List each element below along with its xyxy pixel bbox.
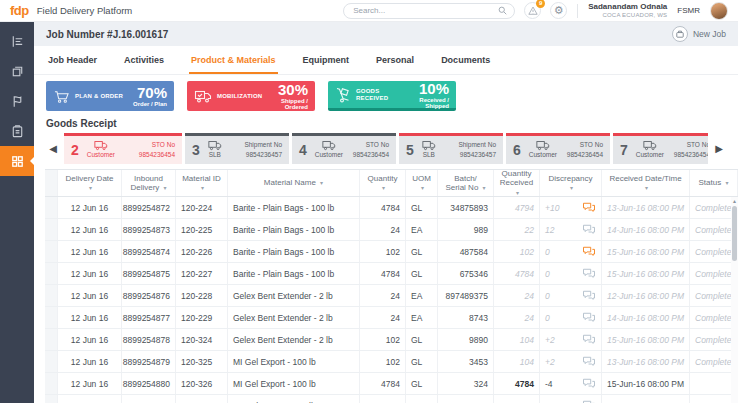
received-time: 08:00 PM: [648, 357, 684, 367]
sort-caret-icon: ▾: [570, 185, 573, 191]
tab-equipment[interactable]: Equipment: [303, 46, 350, 74]
card-doc-value: 9854236454: [353, 150, 389, 160]
discrepancy-value: +2: [545, 335, 555, 345]
comments-icon[interactable]: [582, 356, 596, 367]
cell-inbound-delivery: 8899254878: [122, 329, 176, 350]
sort-caret-icon: ▾: [89, 185, 92, 191]
kpi-sublabel: Order / Plan: [133, 101, 167, 107]
comments-icon[interactable]: [582, 312, 596, 323]
report-icon: [10, 34, 25, 49]
cell-discrepancy: +2: [540, 351, 602, 372]
new-job-button[interactable]: New Job: [672, 26, 726, 42]
column-header-delivery-date[interactable]: Delivery Date ▾: [58, 170, 122, 196]
settings-button[interactable]: ⚙: [550, 2, 567, 19]
cell-batch-serial: 3453: [438, 351, 494, 372]
cell-received-datetime: 15-Jun-1608:00 PM: [602, 395, 690, 403]
goods-receipt-table: Delivery Date ▾Inbound Delivery ▾Materia…: [45, 169, 738, 403]
table-row: 12 Jun 168899254877120-229Gelex Bent Ext…: [45, 307, 738, 329]
comments-icon[interactable]: [582, 290, 596, 301]
kpi-mobilization: MOBILIZATION30%Shipped / Ordered: [187, 81, 315, 111]
column-header-material-name[interactable]: Material Name ▾: [228, 170, 360, 196]
cell-quantity: 24: [360, 307, 406, 328]
comments-icon[interactable]: [582, 202, 596, 213]
cell-material-id: 120-229: [176, 307, 228, 328]
cell-discrepancy: +10: [540, 197, 602, 218]
cell-quantity: 24: [360, 219, 406, 240]
cell-received-datetime: 12-Jun-1608:00 PM: [602, 285, 690, 306]
shipment-card-3[interactable]: 3SLBShipment No9854236457: [185, 133, 289, 164]
cell-delivery-date: 12 Jun 16: [58, 219, 122, 240]
column-label: Batch/ Serial No ▾: [443, 174, 488, 192]
comments-icon[interactable]: [582, 246, 596, 257]
discrepancy-value: 0: [545, 247, 550, 257]
received-date: 14-Jun-16: [607, 313, 645, 323]
scrollbar-up-arrow[interactable]: ▲: [731, 199, 738, 204]
cell-batch-serial: 2: [438, 395, 494, 403]
column-header-quantity[interactable]: Quantity ▾: [360, 170, 406, 196]
search-input[interactable]: [351, 5, 498, 16]
cell-quantity-received: 102: [494, 241, 540, 262]
shipment-card-2[interactable]: 2CustomerSTO No9854236454: [64, 133, 182, 164]
tab-documents[interactable]: Documents: [441, 46, 490, 74]
discrepancy-value: +10: [545, 203, 559, 213]
cell-delivery-date: 12 Jun 16: [58, 351, 122, 372]
sidebar-item-report[interactable]: [0, 26, 34, 56]
received-date: 15-Jun-16: [607, 269, 645, 279]
tab-job-header[interactable]: Job Header: [48, 46, 97, 74]
user-info[interactable]: Sadanandam Odnala COCA ECUADOR, WS: [588, 2, 667, 18]
column-header-status[interactable]: Status ▾: [690, 170, 738, 196]
sidebar-item-layers[interactable]: [0, 56, 34, 86]
avatar[interactable]: [710, 2, 728, 20]
table-row: 12 Jun 168899254876120-228Gelex Bent Ext…: [45, 285, 738, 307]
sidebar-item-route[interactable]: [0, 86, 34, 116]
alerts-button[interactable]: 9: [524, 2, 541, 19]
cell-quantity-received: 4784: [494, 373, 540, 394]
cell-material-id: 120-324: [176, 329, 228, 350]
scrollbar-thumb[interactable]: [732, 206, 737, 261]
column-header-discrepancy[interactable]: Discrepancy ▾: [540, 170, 602, 196]
column-header-quantity-received[interactable]: Quantity Received ▾: [494, 170, 540, 196]
column-header-uom[interactable]: UOM ▾: [406, 170, 438, 196]
tab-label: Activities: [124, 55, 164, 65]
cell-delivery-date: 12 Jun 16: [58, 329, 122, 350]
tab-personal[interactable]: Personal: [376, 46, 414, 74]
tab-product-materials[interactable]: Product & Materials: [191, 46, 276, 74]
card-carrier: Customer: [529, 151, 557, 159]
search-box[interactable]: [343, 3, 515, 19]
carousel-left-arrow[interactable]: ◀: [46, 143, 60, 154]
carousel-right-arrow[interactable]: ▶: [712, 143, 726, 154]
column-header-material-id[interactable]: Material ID ▾: [176, 170, 228, 196]
cell-delivery-date: 12 Jun 16: [58, 263, 122, 284]
job-header-bar: Job Number #J.16.001617 New Job: [34, 22, 738, 46]
cell-quantity: 102: [360, 351, 406, 372]
alert-count-badge: 9: [536, 0, 545, 8]
column-header-received-date-time[interactable]: Received Date/Time ▾: [602, 170, 690, 196]
tab-activities[interactable]: Activities: [124, 46, 164, 74]
shipment-card-6[interactable]: 6CustomerSTO No9854236454: [506, 133, 610, 164]
cell-material-id: 120-224: [176, 197, 228, 218]
shipment-card-4[interactable]: 4CustomerSTO No9854236454: [292, 133, 396, 164]
sidebar-item-grid[interactable]: [0, 146, 34, 176]
comments-icon[interactable]: [582, 378, 596, 389]
cell-material-name: Barite - Plain Bags - 100 lb: [228, 241, 360, 262]
comments-icon[interactable]: [582, 268, 596, 279]
divider: [577, 4, 578, 18]
table-row: 12 Jun 168899254875120-227Barite - Plain…: [45, 263, 738, 285]
content-area: Job Number #J.16.001617 New Job Job Head…: [34, 22, 738, 403]
cell-discrepancy: 12: [540, 219, 602, 240]
shipment-card-7[interactable]: 7CustomerSTO No9854236454: [613, 133, 708, 164]
comments-icon[interactable]: [582, 224, 596, 235]
table-scrollbar[interactable]: ▲: [731, 197, 738, 403]
cell-quantity-received: 24: [494, 395, 540, 403]
card-number: 7: [620, 142, 628, 158]
shipment-card-5[interactable]: 5SLBShipment No9854236457: [399, 133, 503, 164]
sidebar-item-clipboard[interactable]: [0, 116, 34, 146]
column-header-batch-serial-no[interactable]: Batch/ Serial No ▾: [438, 170, 494, 196]
card-number: 6: [513, 142, 521, 158]
column-header-inbound-delivery[interactable]: Inbound Delivery ▾: [122, 170, 176, 196]
cell-delivery-date: 12 Jun 16: [58, 197, 122, 218]
cell-quantity-received: 24: [494, 285, 540, 306]
row-gutter: [45, 197, 58, 218]
comments-icon[interactable]: [582, 334, 596, 345]
card-carrier: Customer: [315, 151, 343, 159]
